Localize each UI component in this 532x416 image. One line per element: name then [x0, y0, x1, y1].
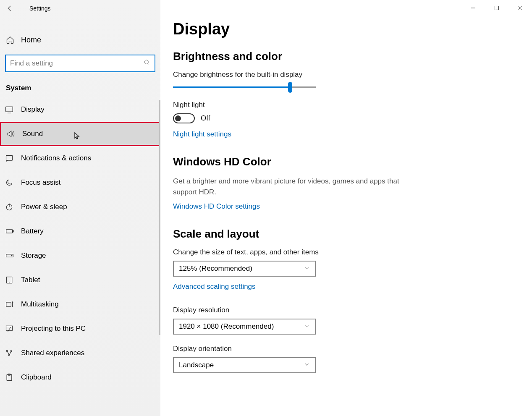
svg-rect-24 [495, 6, 499, 10]
svg-rect-2 [6, 107, 13, 112]
projecting-icon [5, 324, 21, 333]
sidebar-item-focus-assist[interactable]: Focus assist [0, 170, 160, 195]
sidebar-item-label: Power & sleep [21, 203, 67, 211]
minimize-button[interactable] [461, 0, 485, 16]
sidebar-item-label: Tablet [21, 276, 40, 284]
search-box[interactable] [5, 55, 155, 72]
svg-rect-7 [6, 230, 13, 233]
sidebar-item-multitasking[interactable]: Multitasking [0, 292, 160, 317]
scale-heading: Scale and layout [173, 228, 519, 241]
sidebar-item-label: Clipboard [21, 373, 52, 382]
slider-thumb[interactable] [288, 82, 292, 93]
night-light-label: Night light [173, 101, 519, 109]
orientation-label: Display orientation [173, 345, 519, 353]
hdcolor-settings-link[interactable]: Windows HD Color settings [173, 202, 260, 211]
sidebar-item-clipboard[interactable]: Clipboard [0, 365, 160, 390]
resolution-label: Display resolution [173, 306, 519, 314]
svg-rect-13 [6, 302, 11, 306]
sidebar-item-label: Battery [21, 227, 44, 235]
search-icon [144, 59, 150, 68]
sidebar-item-display[interactable]: Display [0, 97, 160, 122]
sidebar-item-projecting[interactable]: Projecting to this PC [0, 317, 160, 341]
svg-line-1 [148, 63, 149, 65]
chevron-down-icon [304, 361, 310, 369]
close-button[interactable] [508, 0, 532, 16]
app-title: Settings [29, 5, 51, 12]
hdcolor-description: Get a brighter and more vibrant picture … [173, 176, 408, 197]
hdcolor-heading: Windows HD Color [173, 155, 519, 168]
sound-icon [6, 130, 22, 138]
svg-point-0 [144, 60, 148, 64]
sidebar-item-battery[interactable]: Battery [0, 219, 160, 243]
sidebar-item-tablet[interactable]: Tablet [0, 268, 160, 292]
power-icon [5, 203, 21, 211]
nav-list: Display Sound Notifications & actions [0, 97, 160, 390]
sidebar-item-label: Sound [22, 130, 43, 138]
sidebar-item-sound[interactable]: Sound [0, 122, 160, 146]
resolution-dropdown[interactable]: 1920 × 1080 (Recommended) [173, 319, 316, 335]
sidebar-item-label: Focus assist [21, 178, 60, 187]
shared-icon [5, 349, 21, 357]
category-title: System [6, 84, 160, 92]
svg-point-19 [10, 350, 12, 351]
clipboard-icon [5, 373, 21, 382]
resolution-value: 1920 × 1080 (Recommended) [179, 322, 274, 331]
text-size-dropdown[interactable]: 125% (Recommended) [173, 261, 316, 277]
window-controls [461, 0, 532, 16]
sidebar-item-label: Multitasking [21, 300, 59, 309]
multitasking-icon [5, 300, 21, 309]
svg-point-18 [6, 350, 8, 351]
storage-icon [5, 251, 21, 260]
slider-fill [173, 86, 290, 88]
sidebar-item-shared-experiences[interactable]: Shared experiences [0, 341, 160, 365]
moon-icon [5, 178, 21, 187]
sidebar-item-label: Storage [21, 251, 46, 260]
tablet-icon [5, 276, 21, 284]
svg-point-20 [8, 354, 10, 356]
main-content: Display Brightness and color Change brig… [160, 0, 532, 416]
home-label: Home [21, 36, 41, 44]
titlebar: Settings [0, 0, 160, 17]
sidebar: Settings Home System Display [0, 0, 160, 416]
back-button[interactable] [0, 0, 19, 17]
home-icon [6, 36, 21, 44]
toggle-knob [175, 115, 181, 121]
battery-icon [5, 227, 21, 235]
notifications-icon [5, 154, 21, 162]
night-light-toggle[interactable] [173, 113, 195, 123]
brightness-slider[interactable] [173, 86, 316, 88]
chevron-down-icon [304, 322, 310, 331]
search-input[interactable] [10, 59, 144, 68]
maximize-button[interactable] [485, 0, 508, 16]
brightness-heading: Brightness and color [173, 50, 519, 63]
sidebar-item-label: Notifications & actions [21, 154, 91, 162]
night-light-settings-link[interactable]: Night light settings [173, 130, 231, 139]
svg-rect-4 [6, 155, 13, 160]
sidebar-item-storage[interactable]: Storage [0, 243, 160, 268]
svg-point-10 [11, 255, 12, 256]
sidebar-item-label: Projecting to this PC [21, 324, 86, 333]
cursor-icon [74, 132, 80, 142]
page-title: Display [173, 20, 519, 38]
sidebar-item-notifications[interactable]: Notifications & actions [0, 146, 160, 170]
advanced-scaling-link[interactable]: Advanced scaling settings [173, 283, 256, 291]
orientation-value: Landscape [179, 361, 214, 369]
night-light-state: Off [201, 114, 210, 123]
svg-rect-8 [13, 230, 14, 232]
orientation-dropdown[interactable]: Landscape [173, 357, 316, 373]
sidebar-item-power-sleep[interactable]: Power & sleep [0, 195, 160, 219]
text-size-label: Change the size of text, apps, and other… [173, 248, 519, 256]
brightness-slider-label: Change brightness for the built-in displ… [173, 71, 519, 79]
display-icon [5, 105, 21, 114]
home-button[interactable]: Home [0, 28, 160, 52]
sidebar-item-label: Display [21, 105, 45, 114]
text-size-value: 125% (Recommended) [179, 264, 252, 273]
sidebar-item-label: Shared experiences [21, 349, 84, 357]
chevron-down-icon [304, 264, 310, 273]
